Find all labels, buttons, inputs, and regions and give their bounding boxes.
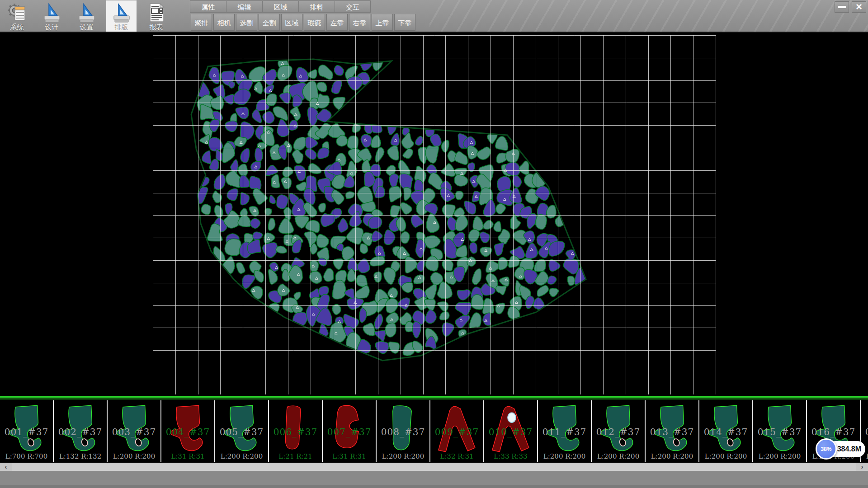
piece-id-label: 001_#37 xyxy=(0,427,53,437)
toolbar-button-label: 系统 xyxy=(10,23,24,31)
thumbnail-cell[interactable]: 003_#37L:200 R:200 xyxy=(108,400,161,462)
badge-percent-circle: 38% xyxy=(816,438,837,460)
menu-item-1[interactable]: 编辑 xyxy=(226,0,262,13)
piece-counts-label: L:700 R:700 xyxy=(0,452,53,460)
tool-button-1[interactable]: 相机 xyxy=(213,14,235,31)
piece-thumbnail-strip: 001_#37L:700 R:700002_#37L:132 R:132003_… xyxy=(0,400,868,462)
piece-id-label: 011_#37 xyxy=(538,427,591,437)
main-toolbar: 系统设计设置排版报表 xyxy=(2,0,171,32)
thumbnail-cell[interactable]: 002_#37L:132 R:132 xyxy=(54,400,108,462)
piece-counts-label: L:32 R:31 xyxy=(430,452,483,460)
piece-counts-label: L:132 R:132 xyxy=(54,452,107,460)
badge-percent-text: 38% xyxy=(821,446,831,452)
tool-button-5[interactable]: 瑕疵 xyxy=(304,14,325,31)
piece-id-label: 008_#37 xyxy=(377,427,429,437)
thumbnail-cell[interactable]: 006_#37L:21 R:21 xyxy=(269,400,323,462)
toolbar-button-label: 设置 xyxy=(80,23,94,31)
piece-id-label: 005_#37 xyxy=(215,427,268,437)
piece-id-label: 013_#37 xyxy=(646,427,698,437)
design-icon xyxy=(42,2,62,23)
thumbnail-cell[interactable]: 007_#37L:31 R:31 xyxy=(323,400,377,462)
menu-bar: 属性编辑区域排料交互 xyxy=(190,0,371,13)
piece-counts-label: L:33 R:33 xyxy=(484,452,537,460)
window-controls: × xyxy=(835,1,866,13)
toolbar-button-label: 报表 xyxy=(150,23,163,31)
piece-counts-label: L:21 R:21 xyxy=(269,452,322,460)
thumbnail-cell[interactable]: 014_#37L:200 R:200 xyxy=(699,400,753,462)
report-icon xyxy=(146,2,166,23)
tool-button-0[interactable]: 聚排 xyxy=(191,14,212,31)
toolbar-button-label: 设计 xyxy=(45,23,59,31)
piece-id-label: 016_#37 xyxy=(807,427,860,437)
tool-button-6[interactable]: 左靠 xyxy=(326,14,348,31)
thumbnail-cell[interactable]: 008_#37L:200 R:200 xyxy=(377,400,430,462)
piece-id-label: 012_#37 xyxy=(592,427,645,437)
piece-id-label: 006_#37 xyxy=(269,427,322,437)
app-window: 系统设计设置排版报表 属性编辑区域排料交互 聚排相机选割全割区域瑕疵左靠右靠上靠… xyxy=(0,0,868,488)
thumbnail-cell[interactable]: 011_#37L:200 R:200 xyxy=(538,400,592,462)
piece-id-label: 009_#37 xyxy=(430,427,483,437)
system-icon xyxy=(7,2,27,23)
piece-counts-label: L:200 R:200 xyxy=(699,452,752,460)
piece-counts-label: L:200 R:200 xyxy=(753,452,806,460)
thumbnail-cell[interactable]: 004_#37L:31 R:31 xyxy=(161,400,215,462)
minimize-button[interactable] xyxy=(835,1,849,13)
piece-id-label: 010_#37 xyxy=(484,427,537,437)
tool-button-bar: 聚排相机选割全割区域瑕疵左靠右靠上靠下靠 xyxy=(191,14,415,31)
badge-size-text: 384.8M xyxy=(837,445,861,453)
menu-item-4[interactable]: 交互 xyxy=(335,0,371,13)
thumbnail-cell[interactable]: 001_#37L:700 R:700 xyxy=(0,400,54,462)
piece-id-label: 017_#37 xyxy=(861,427,868,437)
settings-icon xyxy=(77,2,97,23)
piece-counts-label: L:200 R:200 xyxy=(592,452,645,460)
piece-id-label: 002_#37 xyxy=(54,427,107,437)
piece-counts-label: L:31 R:31 xyxy=(161,452,214,460)
toolbar-button-3[interactable]: 排版 xyxy=(106,0,137,32)
close-icon: × xyxy=(856,1,862,12)
thumbnail-cell[interactable]: 010_#37L:33 R:33 xyxy=(484,400,538,462)
piece-id-label: 007_#37 xyxy=(323,427,376,437)
piece-counts-label: L:200 R:200 xyxy=(215,452,268,460)
toolbar-button-2[interactable]: 设置 xyxy=(71,0,102,32)
thumbnail-cell[interactable]: 015_#37L:200 R:200 xyxy=(753,400,807,462)
piece-counts-label: L:200 R:200 xyxy=(646,452,698,460)
thumbnail-cell[interactable]: 012_#37L:200 R:200 xyxy=(592,400,646,462)
piece-counts-label: L:200 R:200 xyxy=(538,452,591,460)
tool-button-7[interactable]: 右靠 xyxy=(349,14,370,31)
piece-counts-label: L:200 R:200 xyxy=(108,452,160,460)
close-button[interactable]: × xyxy=(852,1,866,13)
progress-badge[interactable]: 384.8M 38% xyxy=(816,438,866,460)
thumbnail-cell[interactable]: 005_#37L:200 R:200 xyxy=(215,400,269,462)
tool-button-2[interactable]: 选割 xyxy=(236,14,257,31)
scroll-left-button[interactable]: ‹ xyxy=(0,463,12,471)
piece-id-label: 014_#37 xyxy=(699,427,752,437)
strip-separator xyxy=(0,396,868,400)
piece-counts-label: L:200 R:200 xyxy=(377,452,429,460)
tool-button-4[interactable]: 区域 xyxy=(281,14,302,31)
thumbnail-cell[interactable]: 013_#37L:200 R:200 xyxy=(646,400,699,462)
piece-id-label: 004_#37 xyxy=(161,427,214,437)
toolbar-button-0[interactable]: 系统 xyxy=(2,0,32,32)
toolbar-button-4[interactable]: 报表 xyxy=(141,0,171,32)
titlebar-hatch-texture xyxy=(429,0,868,32)
piece-id-label: 003_#37 xyxy=(108,427,160,437)
status-bar xyxy=(0,471,868,488)
scroll-right-button[interactable]: › xyxy=(856,463,868,471)
horizontal-scrollbar[interactable]: ‹ › xyxy=(0,463,868,471)
thumbnail-cell[interactable]: 009_#37L:32 R:31 xyxy=(430,400,484,462)
minimize-icon xyxy=(838,6,846,8)
layout-icon xyxy=(112,2,132,23)
piece-counts-label: L:31 R:31 xyxy=(323,452,376,460)
toolbar-button-label: 排版 xyxy=(115,23,128,31)
menu-item-2[interactable]: 区域 xyxy=(262,0,298,13)
titlebar: 系统设计设置排版报表 属性编辑区域排料交互 聚排相机选割全割区域瑕疵左靠右靠上靠… xyxy=(0,0,868,33)
menu-item-0[interactable]: 属性 xyxy=(190,0,226,13)
piece-id-label: 015_#37 xyxy=(753,427,806,437)
tool-button-9[interactable]: 下靠 xyxy=(394,14,415,31)
tool-button-8[interactable]: 上靠 xyxy=(372,14,393,31)
nesting-canvas[interactable] xyxy=(0,33,868,396)
menu-item-3[interactable]: 排料 xyxy=(298,0,335,13)
tool-button-3[interactable]: 全割 xyxy=(259,14,280,31)
toolbar-button-1[interactable]: 设计 xyxy=(37,0,67,32)
